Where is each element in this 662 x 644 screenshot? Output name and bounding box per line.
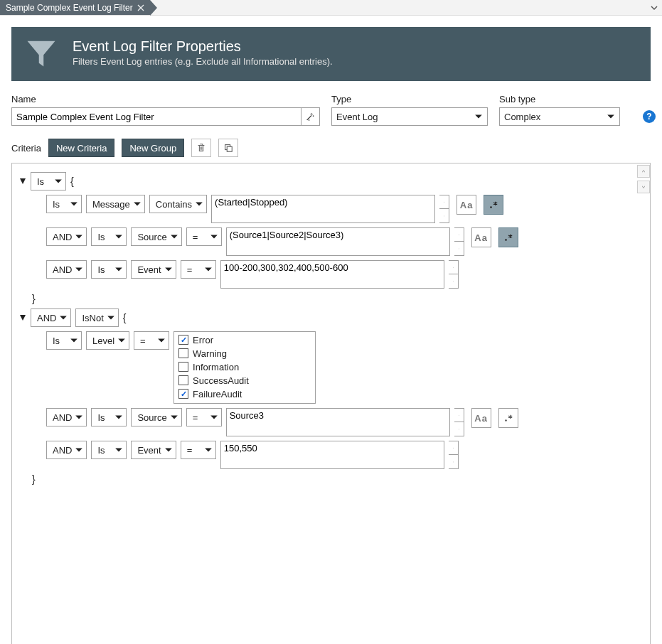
spin-down[interactable]: [454, 422, 464, 436]
polarity-select[interactable]: Is: [91, 260, 127, 279]
chevron-down-icon: [117, 336, 126, 345]
polarity-select[interactable]: Is: [91, 441, 127, 459]
chevron-down-icon: [75, 265, 83, 274]
chevron-down-icon: [210, 413, 218, 422]
case-icon: Aa: [474, 413, 488, 424]
level-option-information: Information: [178, 360, 311, 373]
operator-select[interactable]: =: [186, 408, 222, 426]
value-input[interactable]: [226, 408, 450, 436]
svg-point-4: [505, 239, 507, 241]
expand-toggle[interactable]: [19, 178, 26, 185]
value-input[interactable]: [220, 441, 444, 469]
svg-point-5: [505, 419, 507, 422]
operator-select[interactable]: =: [181, 260, 216, 279]
page-title: Event Log Filter Properties: [73, 38, 333, 55]
spin-up[interactable]: [439, 195, 449, 209]
new-group-button[interactable]: New Group: [122, 139, 184, 157]
close-icon[interactable]: [137, 4, 144, 11]
open-brace: {: [70, 176, 74, 187]
field-select[interactable]: Source: [131, 408, 181, 426]
checkbox[interactable]: [178, 375, 188, 385]
scroll-up-button[interactable]: [637, 165, 650, 178]
type-label: Type: [331, 94, 488, 104]
delete-button[interactable]: [191, 139, 211, 157]
regex-icon: [503, 412, 513, 424]
chevron-down-icon: [195, 200, 203, 208]
magic-wand-button[interactable]: x: [301, 107, 320, 126]
svg-point-3: [490, 206, 492, 208]
chevron-down-icon: [607, 112, 615, 121]
field-select[interactable]: Message: [86, 195, 145, 213]
criteria-label: Criteria: [11, 143, 41, 154]
field-select[interactable]: Event: [131, 441, 176, 459]
chevron-down-icon: [75, 413, 83, 422]
chevron-down-icon: [204, 265, 213, 274]
header-banner: Event Log Filter Properties Filters Even…: [11, 27, 651, 81]
field-select[interactable]: Level: [86, 331, 129, 350]
operator-select[interactable]: =: [186, 227, 222, 246]
spin-down[interactable]: [449, 455, 459, 469]
open-brace: {: [123, 312, 127, 323]
field-select[interactable]: Source: [131, 227, 181, 246]
chevron-down-icon: [114, 413, 123, 422]
chevron-down-icon: [114, 232, 123, 241]
new-criteria-button[interactable]: New Criteria: [48, 139, 115, 157]
spin-up[interactable]: [449, 441, 459, 455]
checkbox[interactable]: ✓: [178, 335, 188, 345]
chevron-down-icon: [170, 232, 178, 241]
polarity-select[interactable]: Is: [46, 331, 82, 350]
document-tab[interactable]: Sample Complex Event Log Filter: [0, 0, 150, 15]
case-sensitive-toggle[interactable]: Aa: [471, 408, 491, 428]
operator-select[interactable]: Contains: [149, 195, 207, 213]
tabbar-overflow[interactable]: [646, 0, 662, 15]
regex-toggle[interactable]: [498, 408, 518, 428]
chevron-down-icon: [54, 177, 63, 186]
checkbox[interactable]: [178, 362, 188, 372]
chevron-down-icon: [70, 200, 78, 208]
type-select[interactable]: Event Log: [331, 107, 488, 126]
polarity-select[interactable]: Is: [46, 195, 82, 213]
operator-select[interactable]: =: [134, 331, 169, 350]
spin-up[interactable]: [454, 227, 464, 242]
chevron-down-icon: [170, 413, 178, 422]
checkbox[interactable]: [178, 348, 188, 358]
value-input[interactable]: [220, 260, 444, 289]
value-input[interactable]: [211, 195, 435, 223]
subtype-select[interactable]: Complex: [499, 107, 620, 126]
case-icon: Aa: [460, 200, 474, 210]
logic-select[interactable]: AND: [46, 408, 87, 426]
chevron-up-icon: [642, 169, 645, 173]
copy-button[interactable]: [218, 139, 238, 157]
help-icon[interactable]: ?: [643, 110, 656, 123]
spin-down[interactable]: [449, 274, 459, 289]
chevron-down-icon: [210, 232, 218, 241]
group-polarity-select[interactable]: IsNot: [75, 308, 118, 327]
case-sensitive-toggle[interactable]: Aa: [471, 227, 491, 247]
name-input[interactable]: [11, 107, 301, 126]
logic-select[interactable]: AND: [46, 227, 87, 246]
group-logic-select[interactable]: AND: [31, 308, 71, 327]
expand-toggle[interactable]: [19, 314, 26, 321]
scroll-down-button[interactable]: [637, 181, 650, 193]
spin-up[interactable]: [449, 260, 459, 274]
polarity-select[interactable]: Is: [91, 408, 127, 426]
spin-down[interactable]: [439, 209, 449, 223]
value-input[interactable]: [226, 227, 450, 256]
chevron-down-icon: [75, 446, 83, 454]
polarity-select[interactable]: Is: [91, 227, 127, 246]
checkbox[interactable]: ✓: [178, 389, 188, 399]
group-polarity-select[interactable]: Is: [31, 172, 66, 190]
regex-toggle[interactable]: [484, 195, 503, 215]
name-label: Name: [11, 94, 320, 104]
logic-select[interactable]: AND: [46, 260, 87, 279]
spin-up[interactable]: [454, 408, 464, 422]
regex-toggle[interactable]: [498, 227, 518, 247]
logic-select[interactable]: AND: [46, 441, 87, 459]
field-select[interactable]: Event: [131, 260, 176, 279]
level-option-successaudit: SuccessAudit: [178, 374, 311, 387]
operator-select[interactable]: =: [181, 441, 216, 459]
case-sensitive-toggle[interactable]: Aa: [457, 195, 476, 215]
spin-down[interactable]: [454, 242, 464, 256]
chevron-down-icon: [59, 313, 68, 322]
criteria-tree: Is { Is Message Contains: [12, 163, 636, 644]
